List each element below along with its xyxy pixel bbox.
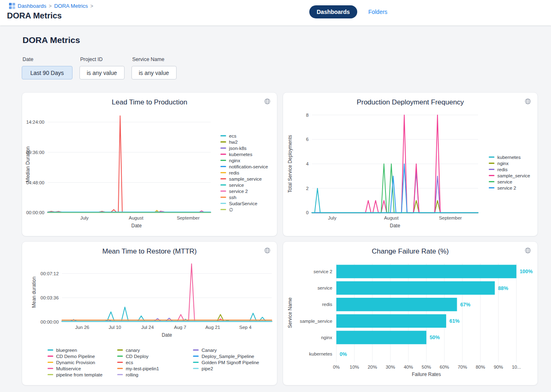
legend-item-redis[interactable]: redis bbox=[489, 166, 530, 172]
tab-dashboards[interactable]: Dashboards bbox=[309, 5, 357, 18]
legend-item-Multiservice[interactable]: Multiservice bbox=[48, 365, 102, 372]
legend-label: notification-service bbox=[229, 164, 268, 169]
legend-item-service 2[interactable]: service 2 bbox=[220, 188, 268, 194]
globe-icon[interactable] bbox=[263, 97, 272, 106]
legend-item-ssh[interactable]: ssh bbox=[220, 194, 268, 200]
legend-item-bluegreen[interactable]: bluegreen bbox=[48, 347, 102, 353]
legend-item-service[interactable]: service bbox=[489, 179, 530, 185]
y-tick-label: 14:24:00 bbox=[26, 120, 44, 125]
globe-icon[interactable] bbox=[263, 246, 272, 255]
legend-item-hw2[interactable]: hw2 bbox=[220, 139, 268, 145]
x-tick-label: 70% bbox=[458, 365, 467, 369]
legend-item-ecs[interactable]: ecs bbox=[117, 359, 159, 365]
panel-change-failure-rate: Change Failure Rate (%) 0%10%20%30%40%50… bbox=[283, 241, 538, 385]
x-axis-title: Failure Rates bbox=[412, 372, 441, 377]
legend-item-service 2[interactable]: service 2 bbox=[489, 185, 530, 191]
legend-item-CD Deploy[interactable]: CD Deploy bbox=[117, 353, 159, 359]
x-tick-label: Aug 7 bbox=[174, 325, 186, 330]
x-axis-title: Date bbox=[390, 223, 401, 229]
legend-item-sample_service[interactable]: sample_service bbox=[489, 172, 530, 179]
legend-item-nginx[interactable]: nginx bbox=[489, 160, 530, 166]
bar-category-label: service bbox=[317, 286, 332, 290]
legend-label: my-test-pipelin1 bbox=[126, 366, 159, 371]
breadcrumb-link-dora-metrics[interactable]: DORA Metrics bbox=[54, 3, 88, 9]
legend-item-pipe2[interactable]: pipe2 bbox=[193, 365, 259, 372]
y-tick-label: 6 bbox=[306, 137, 308, 142]
legend-item-service[interactable]: service bbox=[220, 182, 268, 188]
x-tick-label: 0% bbox=[333, 365, 340, 369]
legend-item-notification-service[interactable]: notification-service bbox=[220, 163, 268, 170]
legend-item-rolling[interactable]: rolling bbox=[117, 372, 159, 378]
legend-label: Golden PM Signoff Pipeline bbox=[202, 360, 259, 365]
bar-category-label: redis bbox=[322, 302, 332, 307]
mttr-legend-column-2: canaryCD Deployecsmy-test-pipelin1rollin… bbox=[117, 347, 159, 378]
bar-service[interactable] bbox=[336, 281, 495, 295]
x-tick-label: Jul 10 bbox=[109, 325, 121, 330]
y-axis-title: Service Name bbox=[287, 297, 293, 328]
legend-item-∅[interactable]: ∅ bbox=[220, 206, 268, 213]
legend-marker bbox=[220, 184, 226, 186]
header-tabs: Dashboards Folders bbox=[309, 5, 388, 18]
legend-marker bbox=[117, 356, 123, 357]
filter-project-id-value[interactable]: is any value bbox=[79, 66, 125, 79]
legend-item-CD Demo Pipeline[interactable]: CD Demo Pipeline bbox=[48, 353, 102, 359]
bar-redis[interactable] bbox=[336, 298, 457, 311]
globe-icon[interactable] bbox=[524, 246, 532, 255]
legend-item-json-k8s[interactable]: json-k8s bbox=[220, 145, 268, 151]
bar-value-label: 61% bbox=[449, 318, 460, 324]
legend-item-canary[interactable]: canary bbox=[117, 347, 159, 353]
breadcrumb-link-dashboards[interactable]: Dashboards bbox=[18, 3, 46, 9]
y-tick-label: 4 bbox=[306, 161, 309, 166]
bar-nginx[interactable] bbox=[336, 331, 426, 344]
bar-value-label: 50% bbox=[430, 335, 440, 340]
legend-item-nginx[interactable]: nginx bbox=[220, 157, 268, 163]
legend-label: ecs bbox=[126, 360, 133, 365]
legend-item-kubernetes[interactable]: kubernetes bbox=[220, 151, 268, 157]
x-tick-label: 20% bbox=[367, 365, 377, 369]
x-tick-label: August bbox=[384, 215, 399, 220]
x-tick-label: 80% bbox=[476, 365, 485, 369]
legend-marker bbox=[48, 362, 53, 363]
legend-item-redis[interactable]: redis bbox=[220, 170, 268, 176]
legend-item-kubernetes[interactable]: kubernetes bbox=[489, 154, 530, 160]
legend-item-Dynamic Provision[interactable]: Dynamic Provision bbox=[48, 359, 102, 365]
x-tick-label: July bbox=[80, 215, 89, 220]
bar-sample_service[interactable] bbox=[336, 314, 446, 328]
legend-item-ecs[interactable]: ecs bbox=[220, 133, 268, 139]
legend-item-sample_service[interactable]: sample_service bbox=[220, 176, 268, 182]
x-tick-label: 50% bbox=[422, 365, 431, 369]
x-tick-label: Jun 26 bbox=[75, 325, 89, 330]
chart-title: Change Failure Rate (%) bbox=[283, 247, 537, 256]
legend-item-my-test-pipelin1[interactable]: my-test-pipelin1 bbox=[117, 365, 159, 372]
legend-marker bbox=[489, 169, 494, 170]
series-line-sample_service bbox=[48, 116, 211, 213]
legend-label: json-k8s bbox=[229, 146, 247, 151]
bar-category-label: nginx bbox=[321, 335, 333, 340]
legend-item-Deploy_Sample_Pipeline[interactable]: Deploy_Sample_Pipeline bbox=[193, 353, 259, 359]
legend-item-pipeline from template[interactable]: pipeline from template bbox=[48, 372, 102, 378]
bar-category-label: sample_service bbox=[300, 319, 332, 324]
legend-label: nginx bbox=[229, 158, 240, 163]
legend-item-SudarService[interactable]: SudarService bbox=[220, 200, 268, 206]
legend-label: ecs bbox=[229, 134, 236, 138]
legend-marker bbox=[117, 368, 123, 369]
bar-service 2[interactable] bbox=[336, 265, 516, 278]
deployment-frequency-legend: kubernetesnginxredissample_serviceservic… bbox=[489, 154, 530, 191]
legend-marker bbox=[220, 141, 226, 143]
filter-date-value[interactable]: Last 90 Days bbox=[22, 66, 73, 79]
x-tick-label: 30% bbox=[385, 365, 395, 369]
legend-marker bbox=[220, 166, 226, 167]
bar-value-label: 88% bbox=[498, 286, 508, 291]
legend-item-Golden PM Signoff Pipeline[interactable]: Golden PM Signoff Pipeline bbox=[193, 359, 259, 365]
filter-service-name-value[interactable]: is any value bbox=[132, 66, 177, 79]
series-line-bluegreen bbox=[62, 307, 272, 322]
legend-marker bbox=[220, 160, 226, 161]
filter-project-id: Project ID is any value bbox=[79, 57, 125, 79]
legend-label: service 2 bbox=[229, 189, 248, 194]
x-tick-label: August bbox=[129, 215, 143, 220]
legend-item-Canary[interactable]: Canary bbox=[193, 347, 259, 353]
x-tick-label: Aug 21 bbox=[205, 325, 220, 330]
tab-folders[interactable]: Folders bbox=[368, 9, 388, 15]
globe-icon[interactable] bbox=[524, 97, 532, 106]
legend-label: pipeline from template bbox=[56, 372, 102, 377]
